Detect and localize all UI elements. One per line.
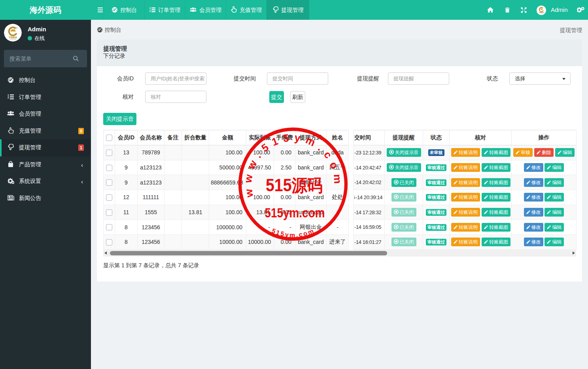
- svg-text:515源码: 515源码: [266, 175, 323, 195]
- svg-text:2: 2: [8, 96, 9, 99]
- svg-text:中国黄金: 中国黄金: [539, 12, 545, 13]
- svg-text:515ym.com: 515ym.com: [265, 205, 325, 221]
- svg-text:China Gold: China Gold: [10, 38, 16, 40]
